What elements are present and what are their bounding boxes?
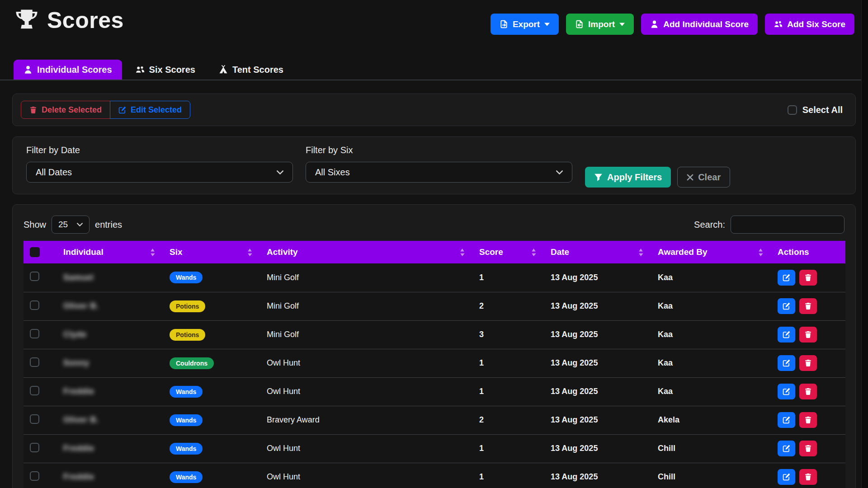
- awarded-by-cell: Kaa: [653, 292, 773, 320]
- score-cell: 1: [475, 463, 546, 488]
- import-button[interactable]: Import: [566, 14, 634, 35]
- edit-row-button[interactable]: [778, 327, 795, 343]
- entries-label: entries: [95, 220, 122, 230]
- vertical-scrollbar[interactable]: [861, 0, 868, 488]
- edit-row-button[interactable]: [778, 384, 795, 399]
- activity-cell: Mini Golf: [262, 320, 475, 349]
- caret-down-icon: [619, 23, 625, 26]
- trophy-icon: [14, 7, 40, 33]
- date-cell: 13 Aug 2025: [546, 349, 653, 377]
- sort-icon: [460, 249, 465, 256]
- top-bar: Scores Export Import: [0, 0, 868, 41]
- delete-row-button[interactable]: [799, 327, 817, 343]
- six-badge: Wands: [170, 386, 203, 398]
- edit-row-button[interactable]: [778, 355, 795, 371]
- edit-row-button[interactable]: [778, 298, 795, 314]
- six-badge: Wands: [170, 272, 203, 283]
- edit-row-button[interactable]: [778, 412, 795, 428]
- table-row: Freddie Wands Owl Hunt 1 13 Aug 2025 Chi…: [24, 463, 845, 488]
- tab-individual-scores[interactable]: Individual Scores: [14, 60, 122, 80]
- trash-icon: [29, 106, 37, 114]
- column-header-six[interactable]: Six: [165, 241, 262, 263]
- edit-selected-button[interactable]: Edit Selected: [110, 101, 190, 119]
- page-size-select[interactable]: 25: [52, 216, 90, 234]
- individual-name: Clyde: [63, 330, 87, 339]
- tent-icon: [219, 65, 228, 74]
- pencil-square-icon: [783, 274, 790, 282]
- row-checkbox[interactable]: [30, 414, 39, 424]
- date-filter-select[interactable]: All Dates: [26, 162, 293, 183]
- six-badge: Wands: [170, 471, 203, 483]
- row-checkbox[interactable]: [30, 443, 39, 452]
- selection-toolbar: Delete Selected Edit Selected Select All: [12, 94, 856, 126]
- apply-filters-button[interactable]: Apply Filters: [585, 167, 671, 188]
- awarded-by-cell: Kaa: [653, 320, 773, 349]
- clear-filters-label: Clear: [698, 172, 721, 183]
- edit-row-button[interactable]: [778, 469, 795, 485]
- delete-row-button[interactable]: [799, 355, 817, 371]
- trash-icon: [804, 388, 812, 395]
- edit-selected-label: Edit Selected: [131, 105, 182, 115]
- column-header-individual[interactable]: Individual: [59, 241, 165, 263]
- row-checkbox[interactable]: [30, 386, 39, 395]
- date-cell: 13 Aug 2025: [546, 263, 653, 292]
- delete-row-button[interactable]: [799, 298, 817, 314]
- sort-icon: [531, 249, 536, 256]
- tab-tent-scores[interactable]: Tent Scores: [209, 60, 293, 80]
- column-header-date[interactable]: Date: [546, 241, 653, 263]
- person-icon: [650, 20, 659, 28]
- export-button[interactable]: Export: [491, 14, 559, 35]
- delete-row-button[interactable]: [799, 270, 817, 286]
- score-cell: 2: [475, 292, 546, 320]
- six-badge: Potions: [170, 300, 205, 312]
- search-input[interactable]: [731, 216, 844, 234]
- x-icon: [687, 174, 693, 181]
- delete-row-button[interactable]: [799, 469, 817, 485]
- pencil-square-icon: [118, 106, 126, 114]
- header-select-all-checkbox[interactable]: [30, 247, 40, 257]
- awarded-by-cell: Kaa: [653, 377, 773, 406]
- delete-row-button[interactable]: [799, 441, 817, 456]
- row-checkbox[interactable]: [30, 300, 39, 310]
- activity-cell: Mini Golf: [262, 292, 475, 320]
- date-cell: 13 Aug 2025: [546, 377, 653, 406]
- delete-row-button[interactable]: [799, 384, 817, 399]
- awarded-by-cell: Akela: [653, 406, 773, 434]
- scores-table-panel: Show 25 entries Search: Individual Six: [12, 204, 856, 488]
- column-header-score[interactable]: Score: [475, 241, 546, 263]
- date-cell: 13 Aug 2025: [546, 320, 653, 349]
- pencil-square-icon: [783, 331, 790, 338]
- edit-row-button[interactable]: [778, 270, 795, 286]
- individual-name: Freddie: [63, 472, 94, 481]
- add-six-score-button[interactable]: Add Six Score: [765, 14, 854, 35]
- edit-row-button[interactable]: [778, 441, 795, 456]
- sort-icon: [150, 249, 155, 256]
- row-checkbox[interactable]: [30, 471, 39, 481]
- table-row: Oliver B. Wands Bravery Award 2 13 Aug 2…: [24, 406, 845, 434]
- row-checkbox[interactable]: [30, 357, 39, 367]
- six-badge: Potions: [170, 329, 205, 341]
- column-header-activity[interactable]: Activity: [262, 241, 475, 263]
- date-cell: 13 Aug 2025: [546, 406, 653, 434]
- column-header-awarded-by[interactable]: Awarded By: [653, 241, 773, 263]
- select-all-checkbox[interactable]: [788, 105, 797, 115]
- tab-six-scores[interactable]: Six Scores: [126, 60, 205, 80]
- app-brand: Scores: [14, 7, 124, 33]
- show-entries-group: Show 25 entries: [24, 216, 122, 234]
- six-filter-select[interactable]: All Sixes: [306, 162, 572, 183]
- date-cell: 13 Aug 2025: [546, 463, 653, 488]
- score-cell: 1: [475, 434, 546, 463]
- row-checkbox[interactable]: [30, 329, 39, 338]
- add-individual-score-button[interactable]: Add Individual Score: [641, 14, 758, 35]
- six-badge: Wands: [170, 443, 203, 455]
- clear-filters-button[interactable]: Clear: [677, 167, 730, 188]
- person-icon: [24, 65, 33, 74]
- trash-icon: [804, 473, 812, 481]
- activity-cell: Owl Hunt: [262, 434, 475, 463]
- people-icon: [774, 20, 783, 28]
- six-filter-label: Filter by Six: [306, 145, 572, 155]
- row-checkbox[interactable]: [30, 272, 39, 281]
- delete-row-button[interactable]: [799, 412, 817, 428]
- delete-selected-button[interactable]: Delete Selected: [21, 101, 110, 119]
- filter-actions: Apply Filters Clear: [585, 167, 730, 188]
